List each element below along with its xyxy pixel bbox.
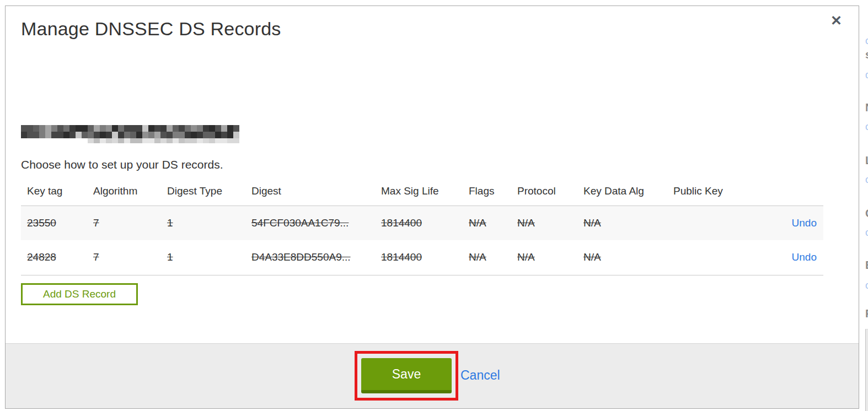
modal-title: Manage DNSSEC DS Records bbox=[21, 18, 281, 40]
redaction-pixel bbox=[209, 125, 215, 132]
undo-link[interactable]: Undo bbox=[792, 217, 817, 229]
redaction-pixel bbox=[167, 138, 173, 143]
col-header-key-data-alg: Key Data Alg bbox=[577, 181, 667, 206]
redaction-pixel bbox=[82, 132, 88, 138]
redaction-pixel bbox=[179, 125, 185, 132]
undo-link[interactable]: Undo bbox=[792, 251, 817, 263]
redaction-pixel bbox=[185, 138, 191, 143]
redaction-pixel bbox=[69, 125, 76, 132]
redaction-pixel bbox=[118, 125, 124, 132]
redaction-pixel bbox=[39, 125, 45, 132]
redaction-pixel bbox=[106, 132, 112, 138]
add-ds-record-button[interactable]: Add DS Record bbox=[21, 283, 138, 305]
redaction-pixel bbox=[203, 125, 209, 132]
cell-algorithm: 7 bbox=[87, 240, 161, 275]
redaction-pixel bbox=[51, 132, 57, 138]
cell-key-tag: 23550 bbox=[21, 206, 87, 240]
cell-digest: 54FCF030AA1C79... bbox=[245, 206, 375, 240]
save-button[interactable]: Save bbox=[361, 358, 452, 393]
redaction-pixel bbox=[76, 125, 82, 132]
background-text-fragment: d bbox=[865, 69, 868, 81]
redaction-pixel bbox=[112, 138, 118, 143]
redaction-pixel bbox=[124, 132, 130, 138]
cell-public-key bbox=[667, 206, 778, 240]
redaction-pixel bbox=[100, 132, 106, 138]
redaction-pixel bbox=[221, 132, 227, 138]
redaction-pixel bbox=[203, 138, 209, 143]
redaction-pixel bbox=[154, 125, 160, 132]
redaction-pixel bbox=[130, 132, 136, 138]
manage-dnssec-modal: Manage DNSSEC DS Records ✕ Choose how to… bbox=[5, 6, 859, 409]
redaction-pixel bbox=[142, 138, 148, 143]
redaction-pixel bbox=[197, 125, 203, 132]
background-text-fragment: o bbox=[865, 174, 868, 186]
background-text-fragment: o bbox=[865, 121, 868, 133]
redaction-pixel bbox=[112, 132, 118, 138]
background-page-gray-panel bbox=[865, 329, 868, 411]
cell-public-key bbox=[667, 240, 778, 275]
redaction-pixel bbox=[221, 138, 227, 143]
col-header-max-sig-life: Max Sig Life bbox=[375, 181, 463, 206]
background-text-fragment: o bbox=[865, 35, 868, 47]
redaction-pixel bbox=[148, 132, 154, 138]
redaction-pixel bbox=[57, 132, 63, 138]
col-header-digest-type: Digest Type bbox=[161, 181, 245, 206]
redaction-pixel bbox=[221, 125, 227, 132]
redaction-pixel bbox=[179, 132, 185, 138]
redaction-pixel bbox=[185, 125, 191, 132]
redaction-pixel bbox=[21, 125, 27, 132]
redaction-pixel bbox=[227, 138, 233, 143]
redaction-pixel bbox=[39, 132, 45, 138]
col-header-algorithm: Algorithm bbox=[87, 181, 161, 206]
cell-protocol: N/A bbox=[511, 240, 577, 275]
redaction-pixel bbox=[94, 138, 100, 143]
redaction-pixel bbox=[197, 132, 203, 138]
background-text-fragment: E bbox=[865, 259, 868, 272]
redaction-pixel bbox=[227, 125, 233, 132]
redaction-pixel bbox=[209, 132, 215, 138]
col-header-flags: Flags bbox=[463, 181, 511, 206]
redaction-pixel bbox=[215, 132, 221, 138]
cell-digest-type: 1 bbox=[161, 206, 245, 240]
redaction-pixel bbox=[136, 138, 142, 143]
background-text-fragment: o bbox=[865, 280, 868, 291]
redaction-pixel bbox=[173, 132, 179, 138]
redaction-pixel bbox=[100, 125, 106, 132]
redaction-pixel bbox=[76, 132, 82, 138]
cell-key-data-alg: N/A bbox=[577, 206, 667, 240]
background-text-fragment: o bbox=[865, 227, 868, 239]
cell-key-data-alg: N/A bbox=[577, 240, 667, 275]
redaction-pixel bbox=[142, 125, 148, 132]
close-icon[interactable]: ✕ bbox=[831, 14, 842, 28]
redaction-pixel bbox=[233, 132, 239, 138]
redaction-pixel bbox=[142, 132, 148, 138]
redaction-pixel bbox=[63, 125, 69, 132]
cell-flags: N/A bbox=[463, 240, 511, 275]
redaction-pixel bbox=[51, 125, 57, 132]
redaction-pixel bbox=[63, 132, 69, 138]
redaction-pixel bbox=[148, 138, 154, 143]
col-header-protocol: Protocol bbox=[511, 181, 577, 206]
redaction-pixel bbox=[191, 132, 197, 138]
col-header-key-tag: Key tag bbox=[21, 181, 87, 206]
redaction-pixel bbox=[148, 125, 154, 132]
table-row: 23550 7 1 54FCF030AA1C79... 1814400 N/A … bbox=[21, 206, 823, 240]
cell-key-tag: 24828 bbox=[21, 240, 87, 275]
redaction-pixel bbox=[227, 132, 233, 138]
screenshot-root: osdNoLoCoEoP Manage DNSSEC DS Records ✕ … bbox=[0, 0, 868, 411]
redaction-pixel bbox=[69, 132, 76, 138]
redaction-pixel bbox=[130, 138, 136, 143]
redaction-pixel bbox=[203, 132, 209, 138]
background-text-fragment: N bbox=[865, 101, 868, 114]
col-header-digest: Digest bbox=[245, 181, 375, 206]
redaction-pixel bbox=[136, 132, 142, 138]
cancel-link[interactable]: Cancel bbox=[460, 368, 500, 383]
redaction-pixel bbox=[233, 125, 239, 132]
redaction-pixel bbox=[88, 132, 94, 138]
background-text-fragment: P bbox=[865, 307, 868, 320]
red-annotation-rectangle: Save bbox=[355, 351, 458, 401]
col-header-actions bbox=[778, 181, 823, 206]
col-header-public-key: Public Key bbox=[667, 181, 778, 206]
redaction-pixel bbox=[33, 125, 39, 132]
redaction-pixel bbox=[94, 125, 100, 132]
